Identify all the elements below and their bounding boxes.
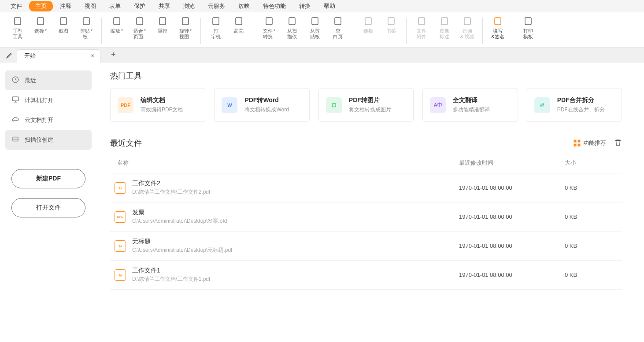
menu-item-0[interactable]: 文件 — [4, 1, 28, 11]
file-mtime: 1970-01-01 08:00:00 — [459, 184, 565, 191]
zoom-icon — [111, 15, 123, 27]
tool-print-template[interactable]: 打印 模板 — [520, 15, 536, 40]
reflow-icon — [156, 15, 169, 27]
svg-rect-24 — [574, 140, 576, 142]
file-path: C:\Users\Administrator\Desktop\发票.ofd — [132, 217, 459, 225]
svg-rect-14 — [365, 18, 371, 25]
chevron-down-icon: ▾ — [121, 28, 123, 32]
tool-typewriter[interactable]: 打 字机 — [208, 15, 224, 40]
card-title: 编辑文档 — [141, 96, 183, 104]
tool-scanner[interactable]: 从扫 描仪 — [284, 15, 300, 40]
tool-clipboard[interactable]: 剪贴 板▾ — [78, 15, 94, 40]
sidebar-item-scanner-create[interactable]: 扫描仪创建 — [5, 130, 92, 150]
table-header: 名称 最近修改时间 大小 — [110, 153, 622, 173]
file-name: 无标题 — [132, 238, 459, 246]
tool-zoom[interactable]: 缩放▾ — [109, 15, 125, 40]
svg-rect-4 — [114, 18, 120, 25]
file-pdf-icon: G — [115, 182, 126, 194]
file-row[interactable]: OFD发票C:\Users\Administrator\Desktop\发票.o… — [110, 202, 622, 232]
trash-button[interactable] — [614, 139, 622, 148]
card-to-image[interactable]: ▢PDF转图片将文档转换成图片 — [318, 88, 414, 122]
tool-snapshot[interactable]: 截图 — [56, 15, 71, 40]
menu-item-12[interactable]: 帮助 — [318, 1, 341, 11]
file-pdf-icon: G — [115, 240, 126, 252]
svg-rect-13 — [335, 18, 341, 25]
file-name: 发票 — [132, 209, 459, 217]
tool-file-convert[interactable]: 文件 转换▾ — [261, 15, 277, 40]
image-annot-icon — [438, 15, 451, 27]
card-sub: 多功能精准翻译 — [453, 106, 490, 114]
menu-item-1[interactable]: 主页 — [29, 1, 53, 11]
new-pdf-button[interactable]: 新建PDF — [11, 169, 85, 188]
sidebar-item-cloud[interactable]: 云文档打开 — [5, 110, 92, 130]
menu-item-9[interactable]: 放映 — [232, 1, 256, 11]
menu-item-8[interactable]: 云服务 — [202, 1, 231, 11]
tool-reflow[interactable]: 重排 — [155, 15, 170, 40]
card-translate[interactable]: A中全文翻译多功能精准翻译 — [422, 88, 518, 122]
computer-icon — [11, 96, 19, 105]
tool-hand[interactable]: 手型 工具 — [10, 15, 26, 40]
svg-rect-8 — [213, 18, 219, 25]
text-select-icon — [34, 15, 47, 27]
open-file-button[interactable]: 打开文件 — [11, 198, 85, 217]
tool-image-annot: 图像 标注 — [437, 15, 452, 40]
svg-rect-20 — [525, 18, 531, 25]
tool-rotate[interactable]: 旋转 视图▾ — [178, 15, 193, 40]
card-sub: 将文档转换成Word — [244, 106, 289, 114]
file-row[interactable]: G工作文件2D:\陈倩兰工作文档\工作文件2.pdf1970-01-01 08:… — [110, 173, 622, 202]
card-title: PDF合并拆分 — [557, 96, 605, 104]
card-edit-doc[interactable]: PDF编辑文档高效编辑PDF文档 — [110, 88, 205, 122]
svg-rect-6 — [159, 18, 166, 25]
file-path: D:\陈倩兰工作文档\工作文件1.pdf — [132, 276, 459, 283]
to-word-icon: W — [222, 97, 237, 113]
tool-label: 文件 附件 — [417, 28, 426, 40]
tool-fit-page[interactable]: 适合 页面▾ — [132, 15, 148, 40]
clock-icon — [11, 76, 19, 85]
svg-rect-5 — [137, 18, 143, 25]
svg-rect-12 — [312, 18, 318, 25]
file-ofd-icon: OFD — [115, 211, 126, 223]
menu-item-6[interactable]: 共享 — [152, 1, 176, 11]
card-merge-split[interactable]: ⇄PDF合并拆分PDF在线合并、拆分 — [527, 88, 622, 122]
sidebar-item-clock[interactable]: 最近 — [5, 70, 92, 90]
tool-from-clipboard[interactable]: 从剪 贴板 — [307, 15, 323, 40]
col-size: 大小 — [565, 159, 618, 167]
tab-0[interactable]: 开始× — [17, 49, 100, 63]
tool-highlight[interactable]: 高亮 — [231, 15, 247, 40]
tool-label: 图像 标注 — [440, 28, 449, 40]
menu-item-2[interactable]: 注释 — [54, 1, 78, 11]
card-sub: 将文档转换成图片 — [349, 106, 391, 114]
svg-rect-3 — [83, 18, 89, 25]
main: 最近计算机打开云文档打开扫描仪创建 新建PDF 打开文件 热门工具 PDF编辑文… — [0, 63, 644, 342]
tool-text-select[interactable]: 选择▾ — [33, 15, 48, 40]
card-to-word[interactable]: WPDF转Word将文档转换成Word — [214, 88, 309, 122]
tool-label: 链接 — [363, 28, 373, 34]
file-row[interactable]: G无标题C:\Users\Administrator\Desktop\无标题.p… — [110, 232, 622, 261]
menu-item-4[interactable]: 表单 — [103, 1, 127, 11]
pen-icon[interactable] — [3, 49, 17, 61]
snapshot-icon — [57, 15, 70, 27]
file-row[interactable]: G工作文件1D:\陈倩兰工作文档\工作文件1.pdf1970-01-01 08:… — [110, 261, 622, 290]
tool-attachment: 文件 附件 — [414, 15, 429, 40]
content: 热门工具 PDF编辑文档高效编辑PDF文档WPDF转Word将文档转换成Word… — [97, 63, 644, 342]
from-clipboard-icon — [309, 15, 321, 27]
chevron-down-icon: ▾ — [91, 28, 93, 32]
chevron-down-icon: ▾ — [45, 28, 47, 32]
close-icon[interactable]: × — [89, 53, 96, 59]
sidebar-item-computer[interactable]: 计算机打开 — [5, 90, 92, 110]
tab-add-button[interactable]: + — [111, 50, 116, 59]
menu-item-3[interactable]: 视图 — [78, 1, 102, 11]
svg-rect-7 — [182, 18, 189, 25]
tool-label: 打 字机 — [211, 28, 221, 40]
cloud-icon — [11, 115, 19, 125]
recommend-button[interactable]: 功能推荐 — [574, 139, 606, 147]
menu-item-5[interactable]: 保护 — [128, 1, 152, 11]
tool-blank-page[interactable]: 空 白页 — [330, 15, 346, 40]
tool-fill-sign[interactable]: 填写 &签名 — [490, 15, 506, 40]
menu-item-11[interactable]: 转换 — [293, 1, 317, 11]
file-path: C:\Users\Administrator\Desktop\无标题.pdf — [132, 246, 459, 254]
menu-item-10[interactable]: 特色功能 — [257, 1, 292, 11]
menu-item-7[interactable]: 浏览 — [177, 1, 201, 11]
card-title: PDF转Word — [244, 96, 289, 104]
sidebar: 最近计算机打开云文档打开扫描仪创建 新建PDF 打开文件 — [0, 63, 97, 342]
